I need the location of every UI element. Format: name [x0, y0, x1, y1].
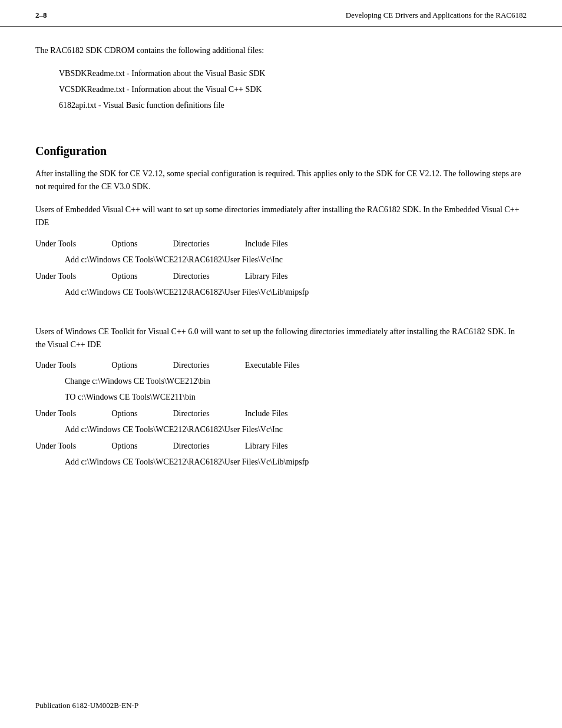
- tools-row-2: Under Tools Options Directories Library …: [35, 272, 527, 281]
- tools-label-1: Under Tools: [35, 239, 76, 249]
- directories-label-1: Directories: [173, 239, 210, 249]
- page-header: 2–8 Developing CE Drivers and Applicatio…: [0, 0, 562, 27]
- tools-row-3: Under Tools Options Directories Executab…: [35, 361, 527, 370]
- add-path-2: Add c:\Windows CE Tools\WCE212\RAC6182\U…: [65, 286, 527, 298]
- directories-label-2: Directories: [173, 272, 210, 281]
- tools-label-3: Under Tools: [35, 361, 76, 370]
- library-files-label-2: Library Files: [245, 442, 288, 451]
- add-path-1: Add c:\Windows CE Tools\WCE212\RAC6182\U…: [65, 253, 527, 266]
- tools-row-4: Under Tools Options Directories Include …: [35, 409, 527, 419]
- bullet-3: 6182api.txt - Visual Basic function defi…: [59, 99, 527, 111]
- tools-label-2: Under Tools: [35, 272, 76, 281]
- intro-line: The RAC6182 SDK CDROM contains the follo…: [35, 44, 527, 57]
- add-path-3: Add c:\Windows CE Tools\WCE212\RAC6182\U…: [65, 423, 527, 436]
- paragraph-3: Users of Windows CE Toolkit for Visual C…: [35, 325, 527, 352]
- directories-label-4: Directories: [173, 409, 210, 419]
- executable-files-label: Executable Files: [245, 361, 300, 370]
- options-label-2: Options: [111, 272, 137, 281]
- options-label-3: Options: [111, 361, 137, 370]
- tools-label-5: Under Tools: [35, 442, 76, 451]
- paragraph-2: Users of Embedded Visual C++ will want t…: [35, 203, 527, 230]
- bullet-1: VBSDKReadme.txt - Information about the …: [59, 67, 527, 80]
- paragraph-1: After installing the SDK for CE V2.12, s…: [35, 167, 527, 194]
- library-files-label-1: Library Files: [245, 272, 288, 281]
- publication-label: Publication 6182-UM002B-EN-P: [35, 701, 138, 710]
- page-title: Developing CE Drivers and Applications f…: [346, 11, 527, 20]
- tools-row-5: Under Tools Options Directories Library …: [35, 442, 527, 451]
- include-files-label-1: Include Files: [245, 239, 288, 249]
- tools-row-1: Under Tools Options Directories Include …: [35, 239, 527, 249]
- footer: Publication 6182-UM002B-EN-P: [35, 701, 138, 710]
- options-label-5: Options: [111, 442, 137, 451]
- directories-label-3: Directories: [173, 361, 210, 370]
- change-line: Change c:\Windows CE Tools\WCE212\bin: [65, 375, 527, 387]
- options-label-4: Options: [111, 409, 137, 419]
- include-files-label-2: Include Files: [245, 409, 288, 419]
- options-label-1: Options: [111, 239, 137, 249]
- directories-label-5: Directories: [173, 442, 210, 451]
- to-line: TO c:\Windows CE Tools\WCE211\bin: [65, 391, 527, 403]
- page-content: The RAC6182 SDK CDROM contains the follo…: [0, 38, 562, 495]
- page-number: 2–8: [35, 11, 47, 20]
- page: 2–8 Developing CE Drivers and Applicatio…: [0, 0, 562, 728]
- section-configuration-title: Configuration: [35, 144, 527, 158]
- tools-label-4: Under Tools: [35, 409, 76, 419]
- add-path-4: Add c:\Windows CE Tools\WCE212\RAC6182\U…: [65, 456, 527, 468]
- bullet-2: VCSDKReadme.txt - Information about the …: [59, 83, 527, 95]
